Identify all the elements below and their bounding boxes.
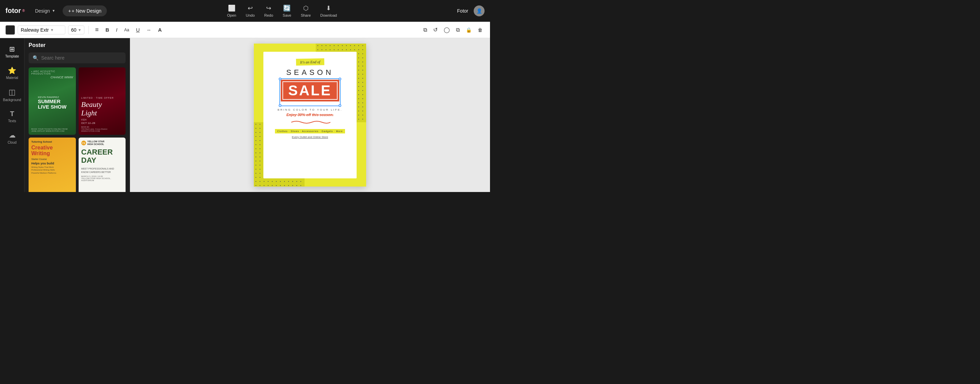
sidebar-item-material[interactable]: ⭐ Material [0,62,24,84]
search-icon: 🔍 [33,55,38,61]
user-name: Fotor [457,8,468,14]
open-button[interactable]: ⬜ Open [227,5,236,18]
categories-text: Clothes · Shoes · Accessories · Gadgets … [277,130,343,132]
cloud-icon: ☁ [9,131,16,139]
sidebar-item-template[interactable]: ⊞ Template [0,41,24,62]
text-size-button[interactable]: Aa [122,26,131,34]
text-toolbar: Raleway Extr ▼ 60 ▼ ≡ B I Aa U ↔ A ⧉ ↺ ◯… [0,22,490,38]
sidebar-item-background[interactable]: ◫ Background [0,84,24,106]
season-label: SEASON [286,68,334,76]
bring-text: BRING COLOR TO YOUR LIFE. [278,108,343,112]
font-size-display: 60 [71,27,76,33]
sidebar-icons: ⊞ Template ⭐ Material ◫ Background T Tex… [0,38,24,192]
template-card-beauty[interactable]: LIMITED · TIME OFFER BeautyLight #324 OC… [79,67,126,135]
template-grid: • ARC ACOUSTIC PRODUCTION CHANCE WWW KEV… [29,67,126,192]
redo-button[interactable]: ↪ Redo [264,5,273,18]
share-button[interactable]: ⬡ Share [301,5,311,18]
poster-canvas: It's an End of SEASON SALE [254,43,366,186]
poster-store-link[interactable]: Every Outlet and Online Store [292,135,328,139]
handle-br[interactable] [339,104,341,107]
sale-text: SALE [288,82,332,99]
poster-white-card: It's an End of SEASON SALE [263,52,356,178]
sidebar-item-cloud[interactable]: ☁ Cloud [0,127,24,148]
background-icon: ◫ [8,88,16,97]
toolbar-right: ⧉ ↺ ◯ ⧉ 🔒 🗑 [421,25,485,34]
design-dropdown-button[interactable]: Design ▼ [32,6,59,16]
logo-superscript: ® [22,9,25,13]
layers-button[interactable]: ⧉ [454,25,462,34]
design-label: Design [35,8,50,14]
save-label: Save [283,13,291,18]
font-family-selector[interactable]: Raleway Extr ▼ [18,25,65,34]
new-design-label: + New Design [72,8,102,14]
lock-button[interactable]: 🔒 [464,26,474,34]
font-color-swatch[interactable] [5,25,15,35]
poster-sale-box[interactable]: SALE [281,80,339,102]
poster-bring-color: BRING COLOR TO YOUR LIFE. [278,108,343,112]
avatar[interactable]: 👤 [474,5,485,16]
undo-label: Undo [246,13,255,18]
delete-button[interactable]: 🗑 [476,26,485,34]
share-label: Share [301,13,311,18]
poster-season-text: SEASON [286,68,334,77]
poster-end-of-season-tag: It's an End of [296,58,324,65]
undo-icon: ↩ [248,5,253,12]
store-link-text: Every Outlet and Online Store [292,135,328,139]
material-label: Material [6,76,18,80]
background-label: Background [3,98,21,102]
material-icon: ⭐ [8,66,16,75]
align-button[interactable]: ≡ [93,25,101,35]
open-icon: ⬜ [228,5,235,12]
fotor-logo: fotor® [5,7,25,14]
chevron-down-icon: ▼ [50,28,54,32]
template-panel: Poster 🔍 • ARC ACOUSTIC PRODUCTION CHANC… [24,38,130,192]
template-icon: ⊞ [9,45,15,53]
font-size-selector[interactable]: 60 ▼ [68,25,84,34]
template-label: Template [5,54,19,58]
texts-label: Texts [8,119,16,123]
cloud-label: Cloud [8,140,16,144]
save-button[interactable]: 🔄 Save [283,5,291,18]
poster-categories-bar: Clothes · Shoes · Accessories · Gadgets … [275,129,345,134]
chevron-down-icon: ▼ [78,28,82,32]
undo-button[interactable]: ↩ Undo [246,5,255,18]
redo-icon: ↪ [266,5,271,12]
main-layout: ⊞ Template ⭐ Material ◫ Background T Tex… [0,38,490,192]
font-name-display: Raleway Extr [21,27,49,33]
letter-spacing-button[interactable]: ↔ [145,26,153,34]
tag-text: It's an End of [300,60,320,64]
new-design-button[interactable]: + + New Design [63,5,107,16]
discount-text: 30% off [298,113,311,117]
sale-element-container[interactable]: SALE [281,80,339,105]
sidebar-item-texts[interactable]: T Texts [0,106,24,127]
nav-right: Fotor 👤 [457,5,485,16]
text-case-button[interactable]: A [156,25,164,34]
logo-text: fotor [5,7,21,14]
open-label: Open [227,13,236,18]
texts-icon: T [10,110,14,118]
duplicate-button[interactable]: ⧉ [421,25,429,34]
save-icon: 🔄 [283,5,291,12]
bold-button[interactable]: B [103,25,111,34]
template-card-creative[interactable]: Tutoring School CreativeWriting Starter … [29,137,76,192]
nav-actions: ⬜ Open ↩ Undo ↪ Redo 🔄 Save ⬡ Share ⬇ Do… [107,5,457,18]
template-card-career[interactable]: YS YELLOW STARHIGH SCHOOL CAREERDAY MEET… [79,137,126,192]
italic-button[interactable]: I [114,25,119,34]
share-icon: ⬡ [303,5,309,12]
handle-bl[interactable] [279,104,282,107]
underline-button[interactable]: U [134,25,142,34]
panel-title: Poster [29,42,126,48]
template-card-summer[interactable]: • ARC ACOUSTIC PRODUCTION CHANCE WWW KEV… [29,67,76,135]
plus-icon: + [68,8,71,14]
poster-background: It's an End of SEASON SALE [254,43,366,186]
this-season-label: this season. [312,113,334,117]
canvas-area[interactable]: It's an End of SEASON SALE [130,38,490,192]
top-navigation: fotor® Design ▼ + + New Design ⬜ Open ↩ … [0,0,490,22]
download-button[interactable]: ⬇ Download [320,5,337,18]
poster-enjoy-text: Enjoy 30% off this season. [286,113,334,117]
poster-wave-decoration [290,120,331,126]
search-input[interactable] [41,55,121,61]
circle-crop-button[interactable]: ◯ [442,25,452,34]
chevron-down-icon: ▼ [52,9,56,13]
rotate-button[interactable]: ↺ [431,25,440,34]
